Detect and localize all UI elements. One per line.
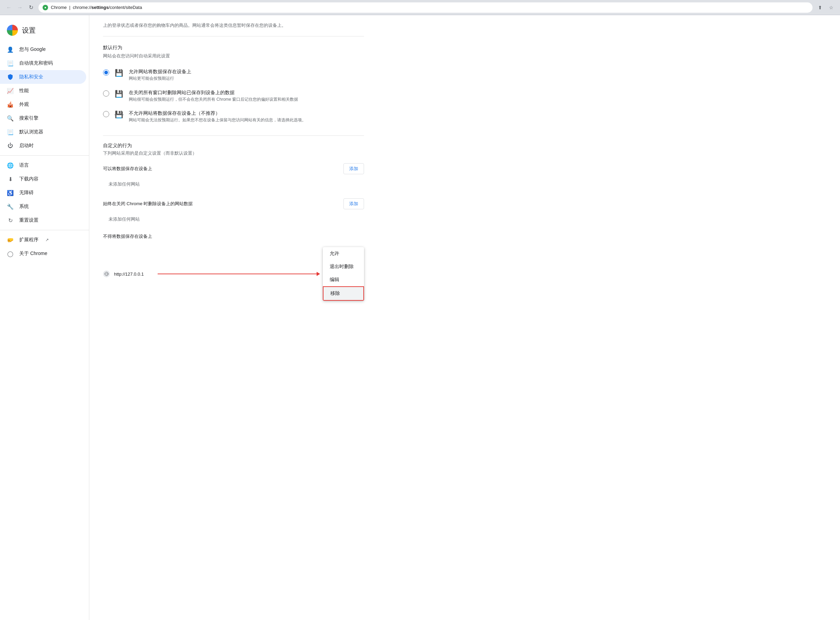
sidebar-divider (0, 155, 89, 156)
address-text: Chrome | chrome://settings/content/siteD… (51, 5, 808, 10)
reset-icon: ↻ (7, 217, 14, 224)
allow-add-button[interactable]: 添加 (344, 163, 364, 174)
radio-clear[interactable] (103, 90, 109, 96)
sidebar-item-label: 扩展程序 (19, 237, 39, 243)
content-inner: 上的登录状态或者保存您的购物车内的商品。网站通常会将这类信息暂时保存在您的设备上… (103, 15, 364, 319)
refresh-button[interactable]: ↻ (26, 3, 36, 12)
radio-allow-desc: 网站更可能会按预期运行 (129, 75, 191, 81)
nav-buttons: ← → ↻ (4, 3, 36, 12)
sidebar-item-default-browser[interactable]: 📃 默认浏览器 (0, 125, 86, 139)
default-behavior-desc: 网站会在您访问时自动采用此设置 (103, 53, 364, 59)
back-button[interactable]: ← (4, 3, 14, 12)
sidebar-item-accessibility[interactable]: ♿ 无障碍 (0, 186, 86, 200)
sidebar-divider-2 (0, 230, 89, 230)
performance-icon: 📈 (7, 87, 14, 94)
sidebar-item-label: 系统 (19, 203, 29, 210)
radio-block-text: 不允许网站将数据保存在设备上（不推荐） 网站可能会无法按预期运行。如果您不想在设… (129, 110, 306, 123)
downloads-icon: ⬇ (7, 176, 14, 182)
sidebar-item-privacy[interactable]: 隐私和安全 (0, 70, 86, 84)
default-behavior-section: 默认行为 网站会在您访问时自动采用此设置 💾 允许网站将数据保存在设备上 网站更… (103, 45, 364, 127)
clear-on-close-add-button[interactable]: 添加 (344, 198, 364, 209)
custom-behavior-desc: 下列网站采用的是自定义设置（而非默认设置） (103, 150, 364, 157)
sidebar-item-google-account[interactable]: 👤 您与 Google (0, 43, 86, 56)
sidebar-item-label: 语言 (19, 162, 29, 169)
sidebar-item-search[interactable]: 🔍 搜索引擎 (0, 111, 86, 125)
security-icon: ● (43, 5, 48, 10)
context-menu-edit[interactable]: 编辑 (323, 273, 364, 286)
block-subsection: 不得将数据保存在设备上 http://127.0.0.1 (103, 233, 364, 304)
sidebar-item-label: 隐私和安全 (19, 74, 43, 80)
address-bar[interactable]: ● Chrome | chrome://settings/content/sit… (39, 2, 813, 13)
default-behavior-title: 默认行为 (103, 45, 364, 51)
db-icon-clear: 💾 (115, 90, 123, 98)
chrome-logo (7, 25, 18, 36)
radio-block-title: 不允许网站将数据保存在设备上（不推荐） (129, 110, 306, 116)
sidebar-item-label: 您与 Google (19, 47, 46, 53)
sidebar-item-label: 关于 Chrome (19, 251, 47, 257)
app: 设置 👤 您与 Google 📃 自动填充和密码 隐私和安全 📈 性能 🎪 外观… (0, 15, 840, 620)
sidebar-item-label: 启动时 (19, 143, 34, 149)
main-content: 上的登录状态或者保存您的购物车内的商品。网站通常会将这类信息暂时保存在您的设备上… (89, 15, 840, 620)
autofill-icon: 📃 (7, 60, 14, 67)
sidebar-item-language[interactable]: 🌐 语言 (0, 158, 86, 172)
sidebar-item-downloads[interactable]: ⬇ 下载内容 (0, 172, 86, 186)
radio-block[interactable] (103, 111, 109, 117)
site-row-content: http://127.0.0.1 允许 退出时删除 编辑 (103, 247, 364, 301)
share-button[interactable]: ⬆ (815, 3, 825, 12)
browser-icon: 📃 (7, 128, 14, 135)
radio-option-clear: 💾 在关闭所有窗口时删除网站已保存到设备上的数据 网站很可能会按预期运行，但不会… (103, 86, 364, 107)
radio-clear-title: 在关闭所有窗口时删除网站已保存到设备上的数据 (129, 90, 298, 96)
url-suffix: /content/siteData (108, 5, 142, 10)
clear-on-close-subsection: 始终在关闭 Chrome 时删除设备上的网站数据 添加 未添加任何网站 (103, 198, 364, 225)
url-prefix: chrome:// (73, 5, 92, 10)
extensions-icon: 🤛 (7, 236, 14, 243)
allow-subsection-title: 可以将数据保存在设备上 (103, 166, 152, 172)
radio-allow-title: 允许网站将数据保存在设备上 (129, 69, 191, 75)
sidebar-header: 设置 (0, 21, 89, 43)
sidebar-item-label: 自动填充和密码 (19, 60, 53, 66)
block-subsection-title: 不得将数据保存在设备上 (103, 233, 152, 239)
allow-subsection: 可以将数据保存在设备上 添加 未添加任何网站 (103, 163, 364, 190)
external-link-icon: ↗ (45, 238, 49, 242)
allow-subsection-header: 可以将数据保存在设备上 添加 (103, 163, 364, 174)
site-row: http://127.0.0.1 允许 退出时删除 编辑 (103, 244, 364, 304)
block-subsection-header: 不得将数据保存在设备上 (103, 233, 364, 239)
clear-on-close-title: 始终在关闭 Chrome 时删除设备上的网站数据 (103, 201, 193, 207)
red-arrow-head (316, 272, 320, 276)
red-arrow (158, 272, 320, 276)
sidebar-item-appearance[interactable]: 🎪 外观 (0, 98, 86, 111)
intro-text: 上的登录状态或者保存您的购物车内的商品。网站通常会将这类信息暂时保存在您的设备上… (103, 22, 364, 36)
sidebar-item-label: 性能 (19, 88, 29, 94)
about-icon: ◯ (7, 250, 14, 257)
clear-on-close-header: 始终在关闭 Chrome 时删除设备上的网站数据 添加 (103, 198, 364, 209)
context-menu-clear-on-exit[interactable]: 退出时删除 (323, 260, 364, 273)
context-menu-remove[interactable]: 移除 (323, 286, 364, 301)
sidebar-item-label: 下载内容 (19, 176, 39, 182)
sidebar-item-label: 搜索引擎 (19, 115, 39, 121)
sidebar-item-system[interactable]: 🔧 系统 (0, 200, 86, 214)
radio-clear-text: 在关闭所有窗口时删除网站已保存到设备上的数据 网站很可能会按预期运行，但不会在您… (129, 90, 298, 102)
browser-actions: ⬆ ☆ (815, 3, 836, 12)
sidebar-item-performance[interactable]: 📈 性能 (0, 84, 86, 98)
forward-button[interactable]: → (15, 3, 25, 12)
sidebar-item-reset[interactable]: ↻ 重置设置 (0, 214, 86, 227)
appearance-icon: 🎪 (7, 101, 14, 108)
sidebar-item-label: 无障碍 (19, 190, 34, 196)
browser-chrome: ← → ↻ ● Chrome | chrome://settings/conte… (0, 0, 840, 15)
radio-allow[interactable] (103, 69, 109, 75)
sidebar: 设置 👤 您与 Google 📃 自动填充和密码 隐私和安全 📈 性能 🎪 外观… (0, 15, 89, 620)
intro-text-content: 上的登录状态或者保存您的购物车内的商品。网站通常会将这类信息暂时保存在您的设备上… (103, 23, 286, 28)
context-menu-allow[interactable]: 允许 (323, 247, 364, 260)
radio-option-allow: 💾 允许网站将数据保存在设备上 网站更可能会按预期运行 (103, 65, 364, 86)
radio-clear-desc: 网站很可能会按预期运行，但不会在您关闭所有 Chrome 窗口后记住您的偏好设置… (129, 96, 298, 102)
sidebar-item-about[interactable]: ◯ 关于 Chrome (0, 247, 86, 260)
sidebar-item-startup[interactable]: ⏻ 启动时 (0, 139, 86, 153)
search-icon: 🔍 (7, 115, 14, 122)
sidebar-item-autofill[interactable]: 📃 自动填充和密码 (0, 56, 86, 70)
language-icon: 🌐 (7, 162, 14, 169)
sidebar-item-label: 重置设置 (19, 217, 39, 223)
sidebar-item-extensions[interactable]: 🤛 扩展程序 ↗ (0, 233, 86, 247)
browser-name: Chrome (51, 5, 67, 10)
bookmark-button[interactable]: ☆ (826, 3, 836, 12)
sidebar-title: 设置 (22, 26, 36, 35)
